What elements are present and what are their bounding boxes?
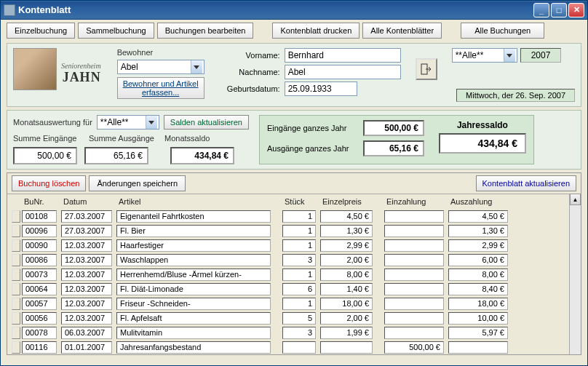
scroll-up-icon[interactable]: ▲ — [570, 194, 581, 205]
cell-einzelpreis[interactable]: 2,99 € — [320, 239, 373, 252]
cell-einzelpreis[interactable] — [320, 341, 373, 354]
cell-bunr[interactable]: 00108 — [22, 210, 57, 223]
cell-einzahlung[interactable] — [384, 268, 444, 281]
cell-datum[interactable]: 12.03.2007 — [61, 283, 112, 295]
nachname-field[interactable] — [285, 65, 401, 79]
cell-einzelpreis[interactable]: 8,00 € — [320, 268, 373, 281]
cell-bunr[interactable]: 00078 — [22, 327, 57, 339]
row-handle[interactable] — [12, 341, 20, 354]
filter-input[interactable] — [453, 49, 504, 62]
cell-einzahlung[interactable] — [384, 254, 444, 266]
buchung-loeschen-button[interactable]: Buchung löschen — [12, 175, 86, 191]
tab-einzelbuchung[interactable]: Einzelbuchung — [7, 23, 75, 39]
row-handle[interactable] — [12, 254, 20, 266]
cell-einzahlung[interactable] — [384, 210, 444, 223]
cell-auszahlung[interactable]: 18,00 € — [448, 298, 508, 310]
cell-artikel[interactable]: Fl. Apfelsaft — [116, 312, 271, 325]
bewohner-combo[interactable] — [117, 60, 204, 74]
tab-kontenblatt-drucken[interactable]: Kontenblatt drucken — [272, 23, 359, 39]
cell-stueck[interactable] — [282, 341, 316, 354]
row-handle[interactable] — [12, 210, 20, 223]
cell-datum[interactable]: 12.03.2007 — [61, 298, 112, 310]
cell-stueck[interactable]: 1 — [282, 225, 316, 237]
vorname-field[interactable] — [285, 48, 401, 63]
cell-auszahlung[interactable]: 6,00 € — [448, 254, 508, 266]
table-row[interactable]: 0006412.03.2007Fl. Diät-Limonade61,40 €8… — [12, 282, 576, 296]
cell-bunr[interactable]: 00064 — [22, 283, 57, 295]
cell-einzelpreis[interactable]: 1,30 € — [320, 225, 373, 237]
row-handle[interactable] — [12, 312, 20, 325]
table-row[interactable]: 0007806.03.2007Mulitvitamin31,99 €5,97 € — [12, 325, 576, 340]
cell-datum[interactable]: 12.03.2007 — [61, 268, 112, 281]
cell-datum[interactable]: 27.03.2007 — [61, 210, 112, 223]
cell-auszahlung[interactable]: 1,30 € — [448, 225, 508, 237]
cell-auszahlung[interactable]: 4,50 € — [448, 210, 508, 223]
cell-datum[interactable]: 01.01.2007 — [61, 341, 112, 354]
cell-stueck[interactable]: 5 — [282, 312, 316, 325]
cell-artikel[interactable]: Waschlappen — [116, 254, 271, 266]
cell-einzahlung[interactable]: 500,00 € — [384, 341, 444, 354]
cell-bunr[interactable]: 00073 — [22, 268, 57, 281]
cell-auszahlung[interactable]: 8,40 € — [448, 283, 508, 295]
cell-bunr[interactable]: 00096 — [22, 225, 57, 237]
table-row[interactable]: 0007312.03.2007Herrenhemd/Bluse -Ärmel k… — [12, 267, 576, 282]
cell-auszahlung[interactable] — [448, 341, 508, 354]
cell-artikel[interactable]: Mulitvitamin — [116, 327, 271, 339]
tab-sammelbuchung[interactable]: Sammelbuchung — [78, 23, 154, 39]
cell-einzelpreis[interactable]: 1,40 € — [320, 283, 373, 295]
salden-aktualisieren-button[interactable]: Salden aktualisieren — [164, 115, 249, 130]
cell-einzelpreis[interactable]: 2,00 € — [320, 254, 373, 266]
cell-auszahlung[interactable]: 2,99 € — [448, 239, 508, 252]
cell-datum[interactable]: 12.03.2007 — [61, 312, 112, 325]
minimize-button[interactable]: _ — [533, 3, 549, 17]
geburtsdatum-field[interactable] — [285, 81, 357, 96]
cell-artikel[interactable]: Friseur -Schneiden- — [116, 298, 271, 310]
table-row[interactable]: 0008612.03.2007Waschlappen32,00 €6,00 € — [12, 252, 576, 267]
cell-einzelpreis[interactable]: 18,00 € — [320, 298, 373, 310]
cell-artikel[interactable]: Fl. Diät-Limonade — [116, 283, 271, 295]
cell-datum[interactable]: 12.03.2007 — [61, 239, 112, 252]
month-filter-combo[interactable] — [97, 115, 159, 130]
cell-stueck[interactable]: 3 — [282, 327, 316, 339]
cell-datum[interactable]: 06.03.2007 — [61, 327, 112, 339]
cell-einzahlung[interactable] — [384, 283, 444, 295]
maximize-button[interactable]: □ — [551, 3, 567, 17]
tab-alle-buchungen[interactable]: Alle Buchungen — [461, 23, 544, 39]
chevron-down-icon[interactable] — [504, 49, 515, 62]
bewohner-input[interactable] — [118, 60, 191, 73]
cell-bunr[interactable]: 00056 — [22, 312, 57, 325]
cell-einzahlung[interactable] — [384, 312, 444, 325]
cell-einzahlung[interactable] — [384, 327, 444, 339]
cell-bunr[interactable]: 00086 — [22, 254, 57, 266]
cell-einzelpreis[interactable]: 1,99 € — [320, 327, 373, 339]
cell-stueck[interactable]: 1 — [282, 239, 316, 252]
cell-einzelpreis[interactable]: 2,00 € — [320, 312, 373, 325]
cell-einzelpreis[interactable]: 4,50 € — [320, 210, 373, 223]
table-row[interactable]: 0011601.01.2007Jahresanfangsbestand500,0… — [12, 340, 576, 354]
cell-bunr[interactable]: 00057 — [22, 298, 57, 310]
cell-artikel[interactable]: Herrenhemd/Bluse -Ärmel kürzen- — [116, 268, 271, 281]
cell-stueck[interactable]: 3 — [282, 254, 316, 266]
cell-artikel[interactable]: Eigenanteil Fahrtkosten — [116, 210, 271, 223]
row-handle[interactable] — [12, 239, 20, 252]
cell-einzahlung[interactable] — [384, 298, 444, 310]
cell-auszahlung[interactable]: 8,00 € — [448, 268, 508, 281]
bewohner-erfassen-button[interactable]: Bewohner und Artikel erfassen... — [117, 77, 204, 99]
close-button[interactable]: ✕ — [568, 3, 584, 17]
month-filter-input[interactable] — [98, 116, 146, 129]
tab-alle-kontenblaetter[interactable]: Alle Kontenblätter — [362, 23, 442, 39]
cell-stueck[interactable]: 1 — [282, 268, 316, 281]
cell-auszahlung[interactable]: 10,00 € — [448, 312, 508, 325]
table-row[interactable]: 0005612.03.2007Fl. Apfelsaft52,00 €10,00… — [12, 311, 576, 325]
row-handle[interactable] — [12, 225, 20, 237]
cell-datum[interactable]: 12.03.2007 — [61, 254, 112, 266]
cell-bunr[interactable]: 00116 — [22, 341, 57, 354]
row-handle[interactable] — [12, 268, 20, 281]
cell-stueck[interactable]: 6 — [282, 283, 316, 295]
cell-datum[interactable]: 27.03.2007 — [61, 225, 112, 237]
vertical-scrollbar[interactable]: ▲ — [569, 194, 581, 354]
tab-buchungen-bearbeiten[interactable]: Buchungen bearbeiten — [157, 23, 254, 39]
row-handle[interactable] — [12, 327, 20, 339]
cell-bunr[interactable]: 00090 — [22, 239, 57, 252]
cell-artikel[interactable]: Haarfestiger — [116, 239, 271, 252]
